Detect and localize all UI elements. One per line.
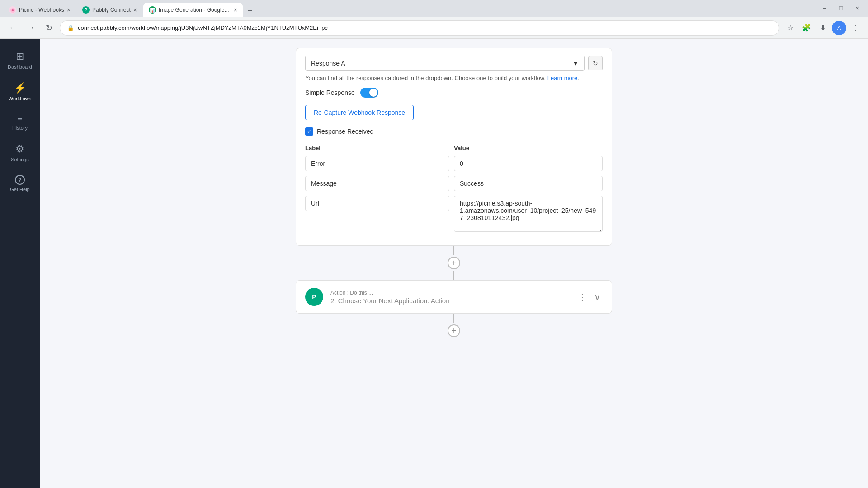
info-text: You can find all the responses captured … <box>305 75 603 81</box>
tab-title-picnie: Picnie - Webhooks <box>19 7 64 13</box>
user-profile-icon[interactable]: A <box>832 21 846 35</box>
connector-line-3 <box>453 314 454 323</box>
dropdown-arrow-icon: ▼ <box>572 60 579 67</box>
action-subtitle: Action : Do this ... <box>330 290 576 296</box>
sidebar-item-dashboard[interactable]: ⊞ Dashboard <box>4 46 36 74</box>
tab-picnie[interactable]: 🌸 Picnie - Webhooks × <box>4 3 76 17</box>
app-body: ⊞ Dashboard ⚡ Workflows ≡ History ⚙ Sett… <box>0 39 868 488</box>
response-dropdown-value: Response A <box>311 60 345 67</box>
message-value-input[interactable] <box>454 176 603 191</box>
check-icon: ✓ <box>305 127 313 136</box>
close-button[interactable]: × <box>850 1 864 15</box>
url-label-cell <box>305 196 454 238</box>
error-value-input[interactable] <box>454 156 603 171</box>
error-label-cell <box>305 156 454 176</box>
refresh-button[interactable]: ↻ <box>588 56 603 70</box>
action-expand-button[interactable]: ∨ <box>592 290 603 304</box>
tab-pabbly[interactable]: P Pabbly Connect × <box>77 3 142 17</box>
menu-icon[interactable]: ⋮ <box>848 21 863 35</box>
main-content: Response A ▼ ↻ You can find all the resp… <box>40 39 868 488</box>
connector-2: + <box>448 314 460 339</box>
history-icon: ≡ <box>18 114 23 123</box>
extensions-icon[interactable]: 🧩 <box>799 21 814 35</box>
forward-button[interactable]: → <box>24 21 38 35</box>
reload-button[interactable]: ↻ <box>42 21 56 35</box>
tab-favicon-picnie: 🌸 <box>9 6 16 14</box>
workflow-panel: Response A ▼ ↻ You can find all the resp… <box>296 48 612 246</box>
recapture-button[interactable]: Re-Capture Webhook Response <box>305 105 414 120</box>
add-step-button-1[interactable]: + <box>448 257 460 269</box>
message-label-input[interactable] <box>305 176 449 191</box>
maximize-button[interactable]: □ <box>834 1 848 15</box>
error-label-input[interactable] <box>305 156 449 171</box>
sidebar-label-dashboard: Dashboard <box>8 64 32 70</box>
tab-favicon-image-gen: 📊 <box>149 6 156 14</box>
message-value-cell <box>454 176 603 196</box>
add-step-button-2[interactable]: + <box>448 324 460 337</box>
url-value-cell: https://picnie.s3.ap-south-1.amazonaws.c… <box>454 196 603 238</box>
tab-favicon-pabbly: P <box>82 6 90 14</box>
response-dropdown[interactable]: Response A ▼ <box>305 56 585 71</box>
sidebar-label-settings: Settings <box>11 157 29 162</box>
action-controls: ⋮ ∨ <box>576 290 603 304</box>
sidebar-item-workflows[interactable]: ⚡ Workflows <box>4 78 36 106</box>
table-row <box>305 156 603 176</box>
browser-frame: 🌸 Picnie - Webhooks × P Pabbly Connect ×… <box>0 0 868 488</box>
connector-1: + <box>448 246 460 280</box>
response-received-label: Response Received <box>317 128 373 135</box>
new-tab-button[interactable]: + <box>244 5 256 17</box>
settings-icon: ⚙ <box>15 143 24 155</box>
action-card: P Action : Do this ... 2. Choose Your Ne… <box>296 280 612 314</box>
svg-text:P: P <box>312 293 316 300</box>
minimize-button[interactable]: − <box>817 1 832 15</box>
address-bar[interactable]: 🔒 connect.pabbly.com/workflow/mapping/jU… <box>60 20 779 36</box>
url-text: connect.pabbly.com/workflow/mapping/jU3N… <box>78 24 772 31</box>
tab-title-pabbly: Pabbly Connect <box>92 7 131 13</box>
gethelp-icon: ? <box>15 175 25 185</box>
table-row: https://picnie.s3.ap-south-1.amazonaws.c… <box>305 196 603 238</box>
sidebar-label-workflows: Workflows <box>9 96 32 101</box>
workflows-icon: ⚡ <box>14 82 26 94</box>
browser-toolbar: ← → ↻ 🔒 connect.pabbly.com/workflow/mapp… <box>0 17 868 39</box>
tab-close-image-gen[interactable]: × <box>234 6 237 14</box>
value-col-header: Value <box>454 143 603 156</box>
action-info: Action : Do this ... 2. Choose Your Next… <box>330 290 576 305</box>
simple-response-row: Simple Response <box>305 88 603 98</box>
response-received-row: ✓ Response Received <box>305 127 603 136</box>
message-label-cell <box>305 176 454 196</box>
sidebar-label-gethelp: Get Help <box>10 187 29 192</box>
response-selector-section: Response A ▼ ↻ You can find all the resp… <box>296 48 612 120</box>
url-label-input[interactable] <box>305 196 449 211</box>
sidebar-item-settings[interactable]: ⚙ Settings <box>4 139 36 167</box>
url-value-textarea[interactable]: https://picnie.s3.ap-south-1.amazonaws.c… <box>454 196 603 232</box>
sidebar-item-history[interactable]: ≡ History <box>4 109 36 135</box>
action-menu-button[interactable]: ⋮ <box>576 290 589 304</box>
sidebar: ⊞ Dashboard ⚡ Workflows ≡ History ⚙ Sett… <box>0 39 40 488</box>
simple-response-label: Simple Response <box>305 89 355 96</box>
response-selector-row: Response A ▼ ↻ <box>305 56 603 71</box>
tab-close-picnie[interactable]: × <box>67 6 71 14</box>
download-icon[interactable]: ⬇ <box>816 21 830 35</box>
pabbly-icon-svg: P <box>309 291 320 302</box>
connector-line-1 <box>453 246 454 255</box>
label-col-header: Label <box>305 143 454 156</box>
fields-table: Label Value <box>305 143 603 238</box>
simple-response-toggle[interactable] <box>360 88 378 98</box>
connector-line-2 <box>453 271 454 280</box>
lock-icon: 🔒 <box>67 25 74 31</box>
dashboard-icon: ⊞ <box>16 51 24 62</box>
tab-image-gen[interactable]: 📊 Image Generation - Google She... × <box>143 3 243 17</box>
action-title: 2. Choose Your Next Application: Action <box>330 297 576 305</box>
error-value-cell <box>454 156 603 176</box>
sidebar-label-history: History <box>12 125 28 131</box>
learn-more-link[interactable]: Learn more <box>547 75 577 81</box>
browser-tabs: 🌸 Picnie - Webhooks × P Pabbly Connect ×… <box>0 0 868 17</box>
back-button[interactable]: ← <box>5 21 20 35</box>
table-row <box>305 176 603 196</box>
action-app-icon: P <box>305 288 323 306</box>
toolbar-right-icons: ☆ 🧩 ⬇ A ⋮ <box>783 21 863 35</box>
tab-close-pabbly[interactable]: × <box>133 6 137 14</box>
bookmark-icon[interactable]: ☆ <box>783 21 797 35</box>
sidebar-item-gethelp[interactable]: ? Get Help <box>4 170 36 197</box>
response-received-section: ✓ Response Received Label Value <box>296 120 612 245</box>
